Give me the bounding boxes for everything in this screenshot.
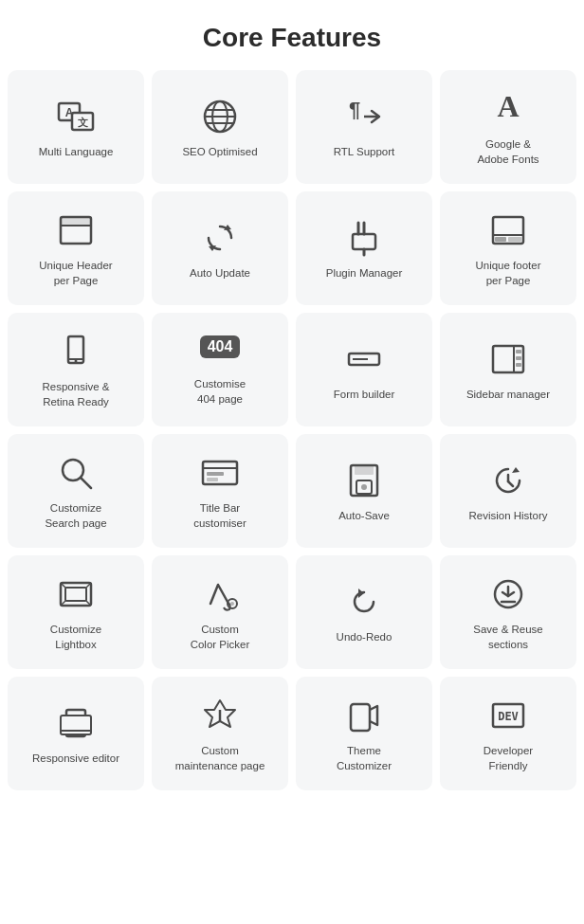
card-titlebar[interactable]: Title Barcustomiser xyxy=(152,434,288,548)
responsive-label: Responsive &Retina Ready xyxy=(43,380,110,409)
rtl-icon: ¶ xyxy=(345,98,383,136)
svg-point-52 xyxy=(230,602,234,606)
card-multi-language[interactable]: A文 Multi Language xyxy=(8,70,144,184)
svg-rect-32 xyxy=(516,363,521,367)
svg-rect-13 xyxy=(61,217,91,226)
rtl-label: RTL Support xyxy=(334,145,395,160)
features-grid: A文 Multi Language SEO Optimised ¶ RTL Su… xyxy=(0,70,584,806)
svg-point-42 xyxy=(361,484,367,490)
card-autosave[interactable]: Auto-Save xyxy=(296,434,432,548)
card-lightbox[interactable]: CustomizeLightbox xyxy=(8,555,144,669)
card-seo[interactable]: SEO Optimised xyxy=(152,70,288,184)
svg-rect-21 xyxy=(495,237,506,242)
svg-rect-38 xyxy=(207,478,218,481)
card-maintenance[interactable]: Custommaintenance page xyxy=(152,677,288,790)
search-label: CustomizeSearch page xyxy=(45,501,106,531)
unique-footer-label: Unique footerper Page xyxy=(475,259,540,288)
dev-label: DeveloperFriendly xyxy=(484,744,533,773)
sidebar-icon xyxy=(489,340,527,378)
card-revision[interactable]: Revision History xyxy=(440,434,576,548)
card-fonts[interactable]: A Google &Adobe Fonts xyxy=(440,70,576,184)
card-responsive-editor[interactable]: Responsive editor xyxy=(8,677,144,790)
revision-icon xyxy=(489,462,527,499)
card-undo-redo[interactable]: Undo-Redo xyxy=(296,555,432,669)
responsive-editor-label: Responsive editor xyxy=(32,752,119,767)
undo-redo-icon xyxy=(345,583,383,621)
svg-rect-30 xyxy=(516,350,521,353)
svg-line-34 xyxy=(81,478,91,488)
page-title: Core Features xyxy=(0,0,584,70)
svg-rect-22 xyxy=(508,237,521,242)
multi-language-label: Multi Language xyxy=(39,145,114,160)
card-sidebar[interactable]: Sidebar manager xyxy=(440,313,576,426)
card-404[interactable]: 404 Customise404 page xyxy=(152,313,288,426)
titlebar-label: Title Barcustomiser xyxy=(193,501,246,531)
multi-language-icon: A文 xyxy=(57,98,95,136)
svg-rect-46 xyxy=(65,588,86,601)
color-picker-icon xyxy=(201,575,239,613)
titlebar-icon xyxy=(201,454,239,492)
plugin-icon xyxy=(345,219,383,257)
autosave-icon xyxy=(345,462,383,499)
undo-redo-label: Undo-Redo xyxy=(337,630,392,645)
color-picker-label: CustomColor Picker xyxy=(191,623,250,652)
lightbox-label: CustomizeLightbox xyxy=(50,623,101,652)
card-rtl[interactable]: ¶ RTL Support xyxy=(296,70,432,184)
svg-text:DEV: DEV xyxy=(498,710,519,723)
card-dev[interactable]: DEV DeveloperFriendly xyxy=(440,677,576,790)
card-search[interactable]: CustomizeSearch page xyxy=(8,434,144,548)
autosave-label: Auto-Save xyxy=(338,509,390,524)
card-auto-update[interactable]: Auto Update xyxy=(152,191,288,305)
404-icon: 404 xyxy=(200,335,241,368)
card-plugin[interactable]: Plugin Manager xyxy=(296,191,432,305)
svg-point-25 xyxy=(75,360,78,363)
card-save-reuse[interactable]: Save & Reusesections xyxy=(440,555,576,669)
form-builder-icon xyxy=(345,340,383,378)
svg-line-44 xyxy=(508,481,513,486)
svg-rect-40 xyxy=(355,465,374,475)
svg-text:¶: ¶ xyxy=(349,98,360,121)
fonts-icon: A xyxy=(489,90,527,128)
card-theme[interactable]: ThemeCustomizer xyxy=(296,677,432,790)
seo-icon xyxy=(201,98,239,136)
search-icon xyxy=(57,454,95,492)
fonts-label: Google &Adobe Fonts xyxy=(477,137,538,167)
plugin-label: Plugin Manager xyxy=(326,266,403,281)
revision-label: Revision History xyxy=(468,509,547,524)
responsive-icon xyxy=(57,333,95,371)
sidebar-label: Sidebar manager xyxy=(466,388,550,403)
unique-header-icon xyxy=(57,211,95,249)
card-form-builder[interactable]: Form builder xyxy=(296,313,432,426)
card-unique-footer[interactable]: Unique footerper Page xyxy=(440,191,576,305)
svg-rect-17 xyxy=(353,234,375,249)
svg-rect-60 xyxy=(351,704,370,731)
auto-update-label: Auto Update xyxy=(190,266,250,281)
seo-label: SEO Optimised xyxy=(182,145,257,160)
svg-rect-37 xyxy=(207,472,224,476)
card-unique-header[interactable]: Unique Headerper Page xyxy=(8,191,144,305)
404-label: Customise404 page xyxy=(194,377,246,407)
maintenance-label: Custommaintenance page xyxy=(175,744,265,773)
form-builder-label: Form builder xyxy=(334,388,395,403)
unique-footer-icon xyxy=(489,211,527,249)
svg-text:文: 文 xyxy=(78,117,88,128)
card-color-picker[interactable]: CustomColor Picker xyxy=(152,555,288,669)
maintenance-icon xyxy=(201,697,239,734)
card-responsive[interactable]: Responsive &Retina Ready xyxy=(8,313,144,426)
save-reuse-label: Save & Reusesections xyxy=(473,623,543,652)
unique-header-label: Unique Headerper Page xyxy=(39,259,112,288)
theme-icon xyxy=(345,697,383,734)
lightbox-icon xyxy=(57,575,95,613)
auto-update-icon xyxy=(201,219,239,257)
theme-label: ThemeCustomizer xyxy=(337,744,392,773)
svg-text:A: A xyxy=(497,90,519,123)
responsive-editor-icon xyxy=(57,704,95,742)
dev-icon: DEV xyxy=(489,697,527,734)
save-reuse-icon xyxy=(489,575,527,613)
svg-rect-31 xyxy=(516,356,521,360)
